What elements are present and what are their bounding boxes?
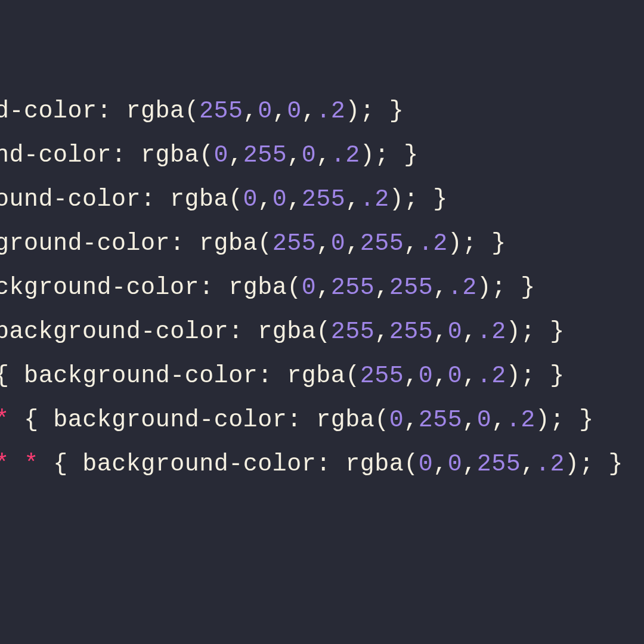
- css-number-literal: 0: [419, 363, 434, 389]
- css-number-literal: .2: [316, 98, 345, 125]
- css-token: ,: [433, 274, 448, 301]
- css-number-literal: .2: [331, 142, 360, 169]
- css-number-literal: 255: [419, 407, 463, 434]
- css-selector-star: *: [0, 451, 10, 478]
- css-number-literal: 0: [448, 318, 463, 345]
- css-number-literal: 255: [477, 451, 521, 478]
- css-number-literal: 0: [331, 230, 346, 257]
- css-token: ackground-color: rgba(: [0, 98, 199, 125]
- css-token: ,: [316, 274, 331, 301]
- code-line[interactable]: * * * * * * { background-color: rgba(0,0…: [0, 442, 623, 487]
- css-token: { background-color: rgba(: [0, 274, 302, 301]
- css-token: { background-color: rgba(: [0, 186, 243, 213]
- css-number-literal: .2: [506, 407, 535, 434]
- css-number-literal: .2: [477, 318, 506, 345]
- css-number-literal: 0: [302, 142, 317, 169]
- css-token: ,: [462, 363, 477, 389]
- code-line[interactable]: * * * { background-color: rgba(255,255,0…: [0, 310, 623, 354]
- css-number-literal: .2: [477, 363, 506, 389]
- css-token: ,: [287, 142, 302, 169]
- css-number-literal: 0: [243, 186, 258, 213]
- css-number-literal: 0: [287, 98, 302, 125]
- css-token: ,: [345, 186, 360, 213]
- css-number-literal: 255: [331, 274, 375, 301]
- css-token: ,: [491, 407, 506, 434]
- css-number-literal: 0: [273, 186, 287, 213]
- css-token: [10, 451, 24, 478]
- css-token: ,: [404, 407, 419, 434]
- css-number-literal: 255: [389, 274, 434, 301]
- css-token: { background-color: rgba(: [10, 407, 389, 434]
- css-number-literal: 255: [389, 318, 434, 345]
- css-token: ,: [433, 363, 448, 389]
- code-line[interactable]: * { background-color: rgba(255,0,255,.2)…: [0, 222, 623, 266]
- css-token: { background-color: rgba(: [0, 363, 360, 389]
- css-token: { background-color: rgba(: [39, 451, 419, 478]
- css-number-literal: 255: [302, 186, 346, 213]
- css-token: ); }: [565, 451, 623, 478]
- css-number-literal: 255: [199, 98, 243, 125]
- css-number-literal: 0: [258, 98, 273, 125]
- css-token: ,: [287, 186, 302, 213]
- code-line[interactable]: * * * * { background-color: rgba(255,0,0…: [0, 354, 623, 398]
- css-token: { background-color: rgba(: [0, 318, 331, 345]
- css-number-literal: 255: [243, 142, 287, 169]
- css-token: ); }: [506, 318, 565, 345]
- code-line[interactable]: * * { background-color: rgba(0,255,255,.…: [0, 266, 623, 310]
- css-number-literal: 255: [331, 318, 375, 345]
- css-number-literal: .2: [360, 186, 389, 213]
- css-token: background-color: rgba(: [0, 142, 214, 169]
- css-token: ,: [462, 451, 477, 478]
- css-token: ,: [462, 318, 477, 345]
- css-token: ); }: [448, 230, 506, 257]
- css-selector-star: *: [24, 451, 39, 478]
- css-number-literal: 0: [302, 274, 317, 301]
- css-token: ); }: [360, 142, 419, 169]
- css-token: ,: [273, 98, 287, 125]
- css-number-literal: 255: [360, 363, 404, 389]
- css-token: ,: [316, 142, 331, 169]
- css-token: ,: [302, 98, 317, 125]
- css-selector-star: *: [0, 407, 10, 434]
- css-token: ,: [228, 142, 243, 169]
- css-token: ,: [243, 98, 258, 125]
- css-token: ); }: [477, 274, 535, 301]
- css-number-literal: .2: [419, 230, 448, 257]
- code-editor[interactable]: ackground-color: rgba(255,0,0,.2); }back…: [0, 89, 623, 487]
- css-token: ,: [345, 230, 360, 257]
- css-number-literal: 255: [273, 230, 317, 257]
- css-token: ,: [374, 274, 389, 301]
- css-number-literal: 0: [448, 451, 463, 478]
- css-token: ); }: [389, 186, 448, 213]
- css-number-literal: 0: [389, 407, 404, 434]
- css-token: { background-color: rgba(: [0, 230, 273, 257]
- css-number-literal: 0: [419, 451, 434, 478]
- css-token: ,: [433, 451, 448, 478]
- css-token: ,: [316, 230, 331, 257]
- css-token: ,: [433, 318, 448, 345]
- css-token: ,: [404, 230, 419, 257]
- css-number-literal: 0: [477, 407, 492, 434]
- css-token: ,: [462, 407, 477, 434]
- css-token: ,: [258, 186, 273, 213]
- css-token: ,: [404, 363, 419, 389]
- css-number-literal: 255: [360, 230, 404, 257]
- code-line[interactable]: ackground-color: rgba(255,0,0,.2); }: [0, 89, 623, 134]
- css-number-literal: .2: [535, 451, 565, 478]
- code-line[interactable]: { background-color: rgba(0,0,255,.2); }: [0, 178, 623, 222]
- code-line[interactable]: * * * * * { background-color: rgba(0,255…: [0, 398, 623, 442]
- css-token: ,: [374, 318, 389, 345]
- css-number-literal: 0: [214, 142, 229, 169]
- css-token: ); }: [345, 98, 404, 125]
- css-token: ); }: [535, 407, 594, 434]
- css-token: ); }: [506, 363, 565, 389]
- css-number-literal: 0: [448, 363, 463, 389]
- css-token: ,: [521, 451, 535, 478]
- css-number-literal: .2: [448, 274, 477, 301]
- code-line[interactable]: background-color: rgba(0,255,0,.2); }: [0, 134, 623, 178]
